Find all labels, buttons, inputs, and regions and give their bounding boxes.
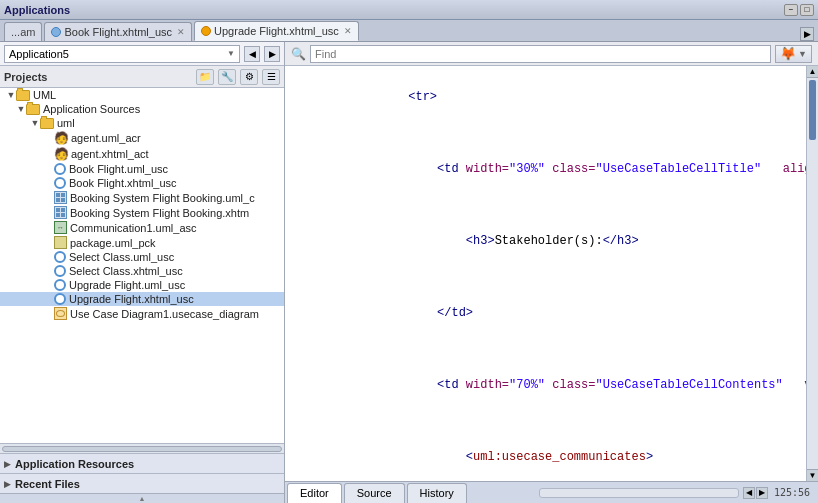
tree-item-book-uml[interactable]: Book Flight.uml_usc — [0, 162, 284, 176]
app-nav-next[interactable]: ▶ — [264, 46, 280, 62]
app-resources-label: Application Resources — [15, 458, 134, 470]
panel-resize-handle[interactable]: ▲ — [0, 493, 284, 503]
upgrade-xhtml-label: Upgrade Flight.xhtml_usc — [69, 293, 194, 305]
left-panel: Application5 ▼ ◀ ▶ Projects 📁 🔧 ⚙ ☰ — [0, 42, 285, 503]
right-panel: 🔍 🦊 ▼ <tr> <td — [285, 42, 818, 503]
minimize-button[interactable]: − — [784, 4, 798, 16]
tree-item-uml[interactable]: ▼ UML — [0, 88, 284, 102]
upgrade-xhtml-icon — [54, 293, 66, 305]
agent-act-icon: 🧑 — [54, 147, 69, 161]
tree-item-usecase-diag[interactable]: Use Case Diagram1.usecase_diagram — [0, 306, 284, 321]
upgrade-uml-label: Upgrade Flight.uml_usc — [69, 279, 185, 291]
projects-label: Projects — [4, 71, 47, 83]
app-dropdown[interactable]: Application5 ▼ — [4, 45, 240, 63]
upgrade-uml-icon — [54, 279, 66, 291]
tree-item-upgrade-xhtml[interactable]: Upgrade Flight.xhtml_usc — [0, 292, 284, 306]
app-sources-label: Application Sources — [43, 103, 140, 115]
window-title: Applications — [4, 4, 70, 16]
maximize-button[interactable]: □ — [800, 4, 814, 16]
tree-item-uml-folder[interactable]: ▼ uml — [0, 116, 284, 130]
tab-scroll-right[interactable]: ▶ — [800, 27, 814, 41]
app-nav-prev[interactable]: ◀ — [244, 46, 260, 62]
tab-upgrade-flight[interactable]: Upgrade Flight.xhtml_usc ✕ — [194, 21, 359, 41]
select-xhtml-label: Select Class.xhtml_usc — [69, 265, 183, 277]
app-dropdown-bar: Application5 ▼ ◀ ▶ — [0, 42, 284, 66]
find-bar: 🔍 🦊 ▼ — [285, 42, 818, 66]
app-resources-expand: ▶ — [4, 459, 11, 469]
code-editor[interactable]: <tr> <td width="30%" class="UseCaseTable… — [285, 66, 806, 481]
tree-item-agent-act[interactable]: 🧑 agent.xhtml_act — [0, 146, 284, 162]
tree-item-booking-xhtml[interactable]: Booking System Flight Booking.xhtm — [0, 205, 284, 220]
editor-tab-label: Editor — [300, 487, 329, 499]
app-dropdown-value: Application5 — [9, 48, 69, 60]
toolbar-icon-layout[interactable]: ☰ — [262, 69, 280, 85]
tree-item-app-sources[interactable]: ▼ Application Sources — [0, 102, 284, 116]
right-scrollbar[interactable]: ▲ ▼ — [806, 66, 818, 481]
select-uml-icon — [54, 251, 66, 263]
agent-acr-label: agent.uml_acr — [71, 132, 141, 144]
recent-files-section[interactable]: ▶ Recent Files — [0, 473, 284, 493]
toolbar-icon-settings[interactable]: ⚙ — [240, 69, 258, 85]
tab-upgrade-close[interactable]: ✕ — [344, 26, 352, 36]
agent-acr-icon: 🧑 — [54, 131, 69, 145]
toolbar-icon-filter[interactable]: 🔧 — [218, 69, 236, 85]
tree-item-book-xhtml[interactable]: Book Flight.xhtml_usc — [0, 176, 284, 190]
bottom-tab-source[interactable]: Source — [344, 483, 405, 503]
bottom-tab-history[interactable]: History — [407, 483, 467, 503]
tree-hscroll[interactable] — [0, 443, 284, 453]
projects-toolbar: Projects 📁 🔧 ⚙ ☰ — [0, 66, 284, 88]
tab-bar: ...am Book Flight.xhtml_usc ✕ Upgrade Fl… — [0, 20, 818, 42]
tree-item-agent-acr[interactable]: 🧑 agent.uml_acr — [0, 130, 284, 146]
comm1-icon: ↔ — [54, 221, 67, 234]
tree-item-package[interactable]: package.uml_pck — [0, 235, 284, 250]
book-xhtml-icon — [54, 177, 66, 189]
scroll-right-btn[interactable]: ▶ — [756, 487, 768, 499]
recent-files-label: Recent Files — [15, 478, 80, 490]
agent-act-label: agent.xhtml_act — [71, 148, 149, 160]
code-line: <h3>Stakeholder(s):</h3> — [293, 214, 798, 268]
scroll-left-btn[interactable]: ◀ — [743, 487, 755, 499]
uml-label: UML — [33, 89, 56, 101]
code-line: <tr> — [293, 70, 798, 124]
tree-item-comm1[interactable]: ↔ Communication1.uml_asc — [0, 220, 284, 235]
scroll-thumb[interactable] — [809, 80, 816, 140]
tab-book-close[interactable]: ✕ — [177, 27, 185, 37]
code-line: <uml:usecase_communicates> — [293, 430, 798, 481]
scroll-down-btn[interactable]: ▼ — [807, 469, 818, 481]
tab-am-label: ...am — [11, 26, 35, 38]
code-line — [293, 268, 798, 286]
tree-item-select-uml[interactable]: Select Class.uml_usc — [0, 250, 284, 264]
book-uml-icon — [54, 163, 66, 175]
bottom-tab-editor[interactable]: Editor — [287, 483, 342, 503]
book-xhtml-label: Book Flight.xhtml_usc — [69, 177, 177, 189]
uml-expand-icon: ▼ — [6, 90, 16, 100]
select-uml-label: Select Class.uml_usc — [69, 251, 174, 263]
comm1-label: Communication1.uml_asc — [70, 222, 197, 234]
package-label: package.uml_pck — [70, 237, 156, 249]
code-line: <td width="70%" class="UseCaseTableCellC… — [293, 358, 798, 412]
status-time: 125:56 — [768, 487, 816, 498]
bottom-tab-bar: Editor Source History ◀ ▶ 125:56 — [285, 481, 818, 503]
find-input[interactable] — [310, 45, 771, 63]
usecase-diag-label: Use Case Diagram1.usecase_diagram — [70, 308, 259, 320]
firefox-icon: 🦊 — [780, 46, 796, 61]
tree-item-upgrade-uml[interactable]: Upgrade Flight.uml_usc — [0, 278, 284, 292]
tree-item-select-xhtml[interactable]: Select Class.xhtml_usc — [0, 264, 284, 278]
tree-item-booking-uml[interactable]: Booking System Flight Booking.uml_c — [0, 190, 284, 205]
booking-uml-icon — [54, 191, 67, 204]
scroll-up-btn[interactable]: ▲ — [807, 66, 818, 78]
toolbar-icon-new[interactable]: 📁 — [196, 69, 214, 85]
booking-xhtml-icon — [54, 206, 67, 219]
code-line — [293, 124, 798, 142]
booking-uml-label: Booking System Flight Booking.uml_c — [70, 192, 255, 204]
search-icon: 🔍 — [291, 47, 306, 61]
tab-am[interactable]: ...am — [4, 22, 42, 41]
firefox-button[interactable]: 🦊 ▼ — [775, 45, 812, 63]
book-tab-icon — [51, 27, 61, 37]
code-line: <td width="30%" class="UseCaseTableCellT… — [293, 142, 798, 196]
bottom-hscroll[interactable] — [539, 488, 739, 498]
upgrade-tab-icon — [201, 26, 211, 36]
tab-book-flight[interactable]: Book Flight.xhtml_usc ✕ — [44, 22, 192, 41]
uml-folder-icon — [16, 90, 30, 101]
app-resources-section[interactable]: ▶ Application Resources — [0, 453, 284, 473]
